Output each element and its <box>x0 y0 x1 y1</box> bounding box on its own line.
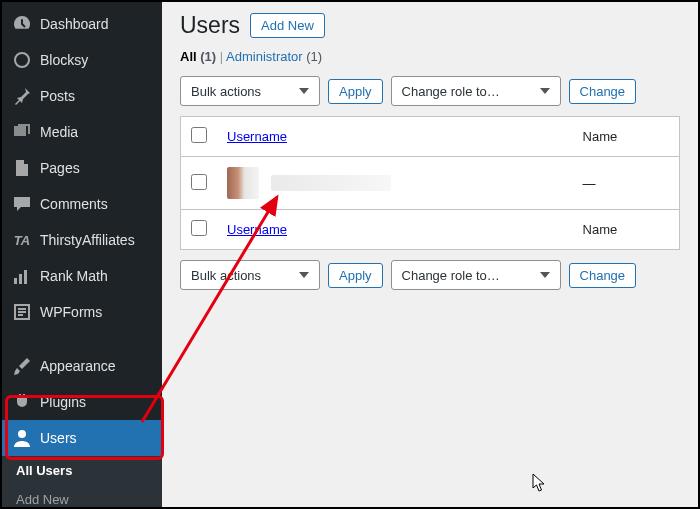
sidebar-label: Posts <box>40 88 75 104</box>
bulk-actions-select[interactable]: Bulk actions <box>180 76 320 106</box>
sidebar-item-plugins[interactable]: Plugins <box>2 384 162 420</box>
filter-links: All (1) | Administrator (1) <box>180 49 680 64</box>
sidebar-label: ThirstyAffiliates <box>40 232 135 248</box>
sidebar-label: WPForms <box>40 304 102 320</box>
select-all-checkbox-bottom[interactable] <box>191 220 207 236</box>
col-username-bottom[interactable]: Username <box>227 222 287 237</box>
sidebar-label: Blocksy <box>40 52 88 68</box>
svg-point-0 <box>15 53 29 67</box>
circle-icon <box>12 50 32 70</box>
row-name-cell: — <box>573 157 680 210</box>
filter-all[interactable]: All (1) <box>180 49 216 64</box>
form-icon <box>12 302 32 322</box>
bulk-actions-select-bottom[interactable]: Bulk actions <box>180 260 320 290</box>
users-submenu: All Users Add New Profile <box>2 456 162 509</box>
svg-rect-3 <box>24 270 27 284</box>
avatar <box>227 167 259 199</box>
sidebar-item-pages[interactable]: Pages <box>2 150 162 186</box>
svg-rect-1 <box>14 278 17 284</box>
users-table: Username Name — Username N <box>180 116 680 250</box>
sidebar-item-wpforms[interactable]: WPForms <box>2 294 162 330</box>
apply-button-bottom[interactable]: Apply <box>328 263 383 288</box>
select-all-checkbox[interactable] <box>191 127 207 143</box>
col-username[interactable]: Username <box>227 129 287 144</box>
ta-icon: TA <box>12 230 32 250</box>
username-redacted <box>271 175 391 191</box>
col-name: Name <box>573 117 680 157</box>
change-role-select-bottom[interactable]: Change role to… <box>391 260 561 290</box>
page-icon <box>12 158 32 178</box>
plug-icon <box>12 392 32 412</box>
change-role-select[interactable]: Change role to… <box>391 76 561 106</box>
page-title: Users <box>180 12 240 39</box>
sidebar-item-appearance[interactable]: Appearance <box>2 348 162 384</box>
sidebar-label: Users <box>40 430 77 446</box>
sidebar-label: Media <box>40 124 78 140</box>
sidebar-item-thirstyaffiliates[interactable]: TA ThirstyAffiliates <box>2 222 162 258</box>
comment-icon <box>12 194 32 214</box>
submenu-all-users[interactable]: All Users <box>2 456 162 485</box>
sidebar-label: Appearance <box>40 358 116 374</box>
sidebar-item-media[interactable]: Media <box>2 114 162 150</box>
sidebar-label: Rank Math <box>40 268 108 284</box>
filter-administrator[interactable]: Administrator (1) <box>226 49 322 64</box>
table-row: — <box>181 157 680 210</box>
sidebar-label: Pages <box>40 160 80 176</box>
chart-icon <box>12 266 32 286</box>
sidebar-item-dashboard[interactable]: Dashboard <box>2 6 162 42</box>
admin-sidebar: Dashboard Blocksy Posts Media Pages Comm… <box>2 2 162 507</box>
sidebar-label: Dashboard <box>40 16 109 32</box>
change-button-bottom[interactable]: Change <box>569 263 637 288</box>
add-new-button[interactable]: Add New <box>250 13 325 38</box>
pin-icon <box>12 86 32 106</box>
apply-button[interactable]: Apply <box>328 79 383 104</box>
sidebar-item-rankmath[interactable]: Rank Math <box>2 258 162 294</box>
user-icon <box>12 428 32 448</box>
media-icon <box>12 122 32 142</box>
change-button[interactable]: Change <box>569 79 637 104</box>
sidebar-item-users[interactable]: Users <box>2 420 162 456</box>
svg-rect-2 <box>19 274 22 284</box>
top-actions: Bulk actions Apply Change role to… Chang… <box>180 76 680 106</box>
sidebar-item-posts[interactable]: Posts <box>2 78 162 114</box>
bottom-actions: Bulk actions Apply Change role to… Chang… <box>180 260 680 290</box>
row-checkbox[interactable] <box>191 174 207 190</box>
sidebar-item-comments[interactable]: Comments <box>2 186 162 222</box>
col-name-bottom: Name <box>573 210 680 250</box>
svg-point-8 <box>18 430 26 438</box>
gauge-icon <box>12 14 32 34</box>
brush-icon <box>12 356 32 376</box>
submenu-add-new[interactable]: Add New <box>2 485 162 509</box>
sidebar-label: Plugins <box>40 394 86 410</box>
main-content: Users Add New All (1) | Administrator (1… <box>162 2 698 507</box>
row-username-cell[interactable] <box>217 157 573 210</box>
sidebar-item-blocksy[interactable]: Blocksy <box>2 42 162 78</box>
sidebar-label: Comments <box>40 196 108 212</box>
